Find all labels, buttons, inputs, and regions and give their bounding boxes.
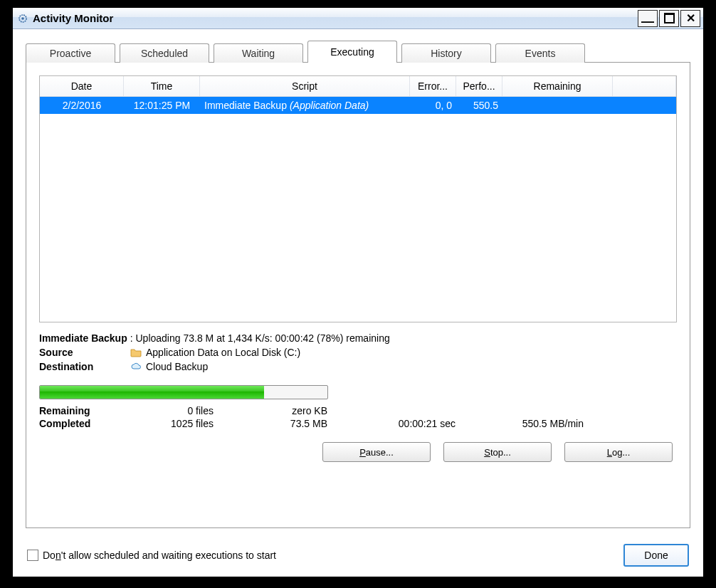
tab-executing[interactable]: Executing (307, 41, 397, 63)
done-button[interactable]: Done (623, 544, 689, 567)
titlebar: Activity Monitor — ✕ (13, 8, 703, 29)
status-title: Immediate Backup (39, 332, 127, 344)
progress-fill (40, 386, 264, 399)
pause-button[interactable]: Pause... (322, 442, 431, 462)
source-line: Source Application Data on Local Disk (C… (39, 347, 677, 358)
tab-history[interactable]: History (401, 43, 491, 63)
disallow-checkbox-wrap[interactable]: Don't allow scheduled and waiting execut… (27, 550, 276, 561)
completed-size: 73.5 MB (214, 418, 327, 429)
cell-time: 12:01:25 PM (124, 100, 200, 111)
close-button[interactable]: ✕ (680, 10, 700, 27)
remaining-elapsed (327, 405, 456, 416)
tab-proactive[interactable]: Proactive (26, 43, 115, 63)
table-row[interactable]: 2/2/2016 12:01:25 PM Immediate Backup (A… (40, 97, 676, 114)
remaining-files: 0 files (128, 405, 214, 416)
minimize-button[interactable]: — (638, 10, 658, 27)
tab-panel-executing: Date Time Script Error... Perfo... Remai… (26, 62, 690, 528)
col-errors[interactable]: Error... (410, 76, 456, 96)
svg-point-1 (21, 17, 24, 20)
app-icon (17, 13, 28, 24)
stats-completed: Completed 1025 files 73.5 MB 00:00:21 se… (39, 418, 677, 429)
pause-text: ause... (366, 447, 394, 458)
cell-performance: 550.5 (456, 100, 502, 111)
disallow-label: Don't allow scheduled and waiting execut… (43, 550, 276, 561)
window-title: Activity Monitor (33, 12, 638, 24)
activity-monitor-window: Activity Monitor — ✕ Proactive Scheduled… (11, 6, 705, 579)
log-button[interactable]: Log... (564, 442, 673, 462)
col-extra (613, 76, 676, 96)
source-value: Application Data on Local Disk (C:) (146, 347, 300, 358)
tab-events[interactable]: Events (495, 43, 585, 63)
cloud-icon (130, 361, 142, 372)
remaining-rate (456, 405, 584, 416)
tabs: Proactive Scheduled Waiting Executing Hi… (26, 41, 690, 62)
status-body: : Uploading 73.8 M at 1,434 K/s: 00:00:4… (130, 332, 390, 344)
cell-date: 2/2/2016 (40, 100, 124, 111)
log-text: og... (612, 447, 630, 458)
col-script[interactable]: Script (200, 76, 410, 96)
progress-bar (39, 385, 328, 399)
table-header: Date Time Script Error... Perfo... Remai… (40, 76, 676, 97)
completed-label: Completed (39, 418, 128, 429)
tab-waiting[interactable]: Waiting (214, 43, 303, 63)
remaining-label: Remaining (39, 405, 128, 416)
folder-icon (130, 347, 142, 358)
status-line: Immediate Backup : Uploading 73.8 M at 1… (39, 332, 677, 344)
completed-rate: 550.5 MB/min (456, 418, 584, 429)
tab-scheduled[interactable]: Scheduled (120, 43, 209, 63)
stats-remaining: Remaining 0 files zero KB (39, 405, 677, 416)
cell-script-sub: (Application Data) (290, 100, 369, 111)
stop-button[interactable]: Stop... (443, 442, 552, 462)
disallow-checkbox[interactable] (27, 550, 38, 561)
completed-elapsed: 00:00:21 sec (327, 418, 456, 429)
maximize-button[interactable] (659, 10, 679, 27)
col-date[interactable]: Date (40, 76, 124, 96)
cell-errors: 0, 0 (410, 100, 456, 111)
remaining-size: zero KB (214, 405, 327, 416)
source-label: Source (39, 347, 130, 358)
destination-label: Destination (39, 361, 130, 372)
cell-script-main: Immediate Backup (204, 100, 287, 111)
stop-text: top... (490, 447, 511, 458)
destination-value: Cloud Backup (146, 361, 208, 372)
jobs-table: Date Time Script Error... Perfo... Remai… (39, 75, 677, 322)
col-performance[interactable]: Perfo... (456, 76, 502, 96)
destination-line: Destination Cloud Backup (39, 361, 677, 372)
col-time[interactable]: Time (124, 76, 200, 96)
cell-script: Immediate Backup (Application Data) (200, 100, 410, 111)
completed-files: 1025 files (128, 418, 214, 429)
col-remaining[interactable]: Remaining (502, 76, 613, 96)
